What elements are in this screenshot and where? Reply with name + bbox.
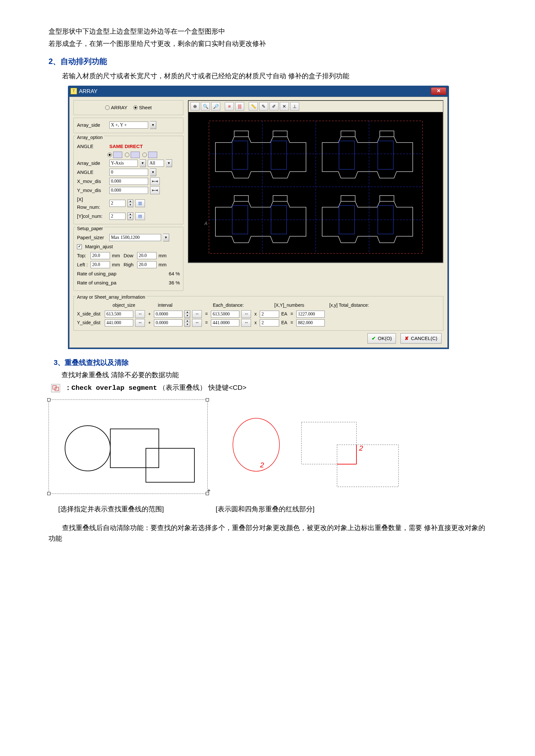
yside-label: Y_side_dist (77, 319, 103, 326)
opt-icon-1[interactable] (107, 151, 122, 158)
xmov-input[interactable] (109, 178, 148, 185)
measure-icon[interactable]: ↔ (241, 319, 251, 327)
x-side-row: X_side_dist ↔ + ▲▼ ↔ = ↔ x EA = (77, 310, 440, 318)
section-2-heading: 2、自动排列功能 (48, 55, 487, 68)
dialog-titlebar[interactable]: T ARRAY ✕ (69, 86, 448, 97)
xside-int-input[interactable] (154, 310, 183, 318)
measure-icon[interactable]: ↔ (192, 319, 202, 327)
measure-icon[interactable]: ↔ (192, 310, 202, 318)
radio-sheet[interactable]: Sheet (133, 104, 152, 112)
app-icon: T (70, 88, 77, 94)
xmov-label: X_mov_dis (77, 177, 107, 185)
ymov-input[interactable] (109, 187, 148, 194)
measure-icon[interactable] (150, 186, 160, 194)
right-label: Righ (124, 261, 135, 269)
cancel-button[interactable]: ✘CANCEL(C) (401, 333, 441, 343)
grid-icon[interactable]: ▥ (135, 200, 145, 207)
yside-n-input[interactable] (260, 319, 279, 326)
opt-icon-3[interactable] (142, 151, 157, 158)
mm-unit: mm (158, 252, 167, 259)
xside-total-input[interactable] (296, 310, 325, 318)
down-input[interactable] (137, 252, 156, 259)
close-icon[interactable]: ✕ (431, 87, 446, 95)
vlines-icon[interactable]: ||| (235, 102, 244, 111)
measure-icon[interactable]: ↔ (135, 319, 145, 327)
right-input[interactable] (137, 261, 156, 268)
xside-each-input[interactable] (211, 310, 239, 318)
dialog-title-text: ARRAY (79, 87, 98, 96)
measure-icon[interactable]: ↔ (241, 310, 251, 318)
top-input[interactable] (91, 252, 110, 259)
svg-rect-22 (301, 422, 356, 464)
rownum-input[interactable] (109, 200, 126, 207)
ea-unit: EA (281, 319, 287, 326)
overlap-tool-paren: （表示重叠线） 快捷键<CD> (159, 384, 246, 391)
mm-unit: mm (112, 252, 122, 259)
cad-preview[interactable]: ⊕ 🔍 🔎 ≡ ||| 📏 ✎ ✐ ✕ ⊥ (188, 100, 443, 263)
left-input[interactable] (91, 261, 110, 268)
paper-sizer-input[interactable] (109, 234, 161, 241)
angle2-input[interactable] (109, 169, 148, 176)
section-3-body: 查找对象重叠线 清除不必要的数据功能 (62, 369, 487, 380)
chevron-down-icon[interactable]: ▼ (163, 234, 169, 241)
measure-icon[interactable]: ↔ (135, 310, 145, 318)
cursor-plus-icon: + (207, 486, 211, 496)
pencil-icon[interactable]: ✎ (259, 102, 268, 111)
overlap-tool-label: ：Check overlap segment (65, 384, 157, 392)
colnum-spinner[interactable]: ▲▼ (127, 212, 133, 220)
chevron-down-icon[interactable]: ▼ (150, 168, 156, 176)
array-option-group: Array_option ANGLE SAME DIRECT Array_sid… (73, 136, 183, 224)
chevron-down-icon[interactable]: ▼ (140, 159, 146, 167)
xside-int-spinner[interactable]: ▲▼ (184, 310, 190, 318)
angle2-label: ANGLE (77, 168, 107, 176)
ok-button[interactable]: ✔OK(O) (367, 333, 396, 343)
overlap-tool-icon (51, 384, 60, 392)
rate-using-label: Rate of using_pap (77, 270, 116, 278)
array-side-group: Array_side ▼ (73, 118, 183, 133)
intro-line-2: 若形成盒子，在第一个图形里给尺寸更改，剩余的窗口实时自动更改修补 (48, 38, 487, 49)
colnum-input[interactable] (109, 213, 126, 220)
down-label: Dow (124, 252, 135, 259)
perp-icon[interactable]: ⊥ (290, 102, 299, 111)
radio-array[interactable]: ARRAY (105, 104, 127, 112)
array-side-input[interactable] (109, 122, 148, 129)
yside-total-input[interactable] (296, 319, 325, 326)
yside-each-input[interactable] (211, 319, 239, 326)
col-total-distance: [x,y] Total_distance: (329, 302, 384, 309)
grid-icon[interactable]: ▤ (135, 212, 145, 220)
yside-int-input[interactable] (154, 319, 183, 326)
zoom-in-icon[interactable]: 🔍 (201, 102, 210, 111)
margin-adjust-label: Margin_ajust (85, 243, 113, 251)
xside-n-input[interactable] (260, 310, 279, 318)
chevron-down-icon[interactable]: ▼ (150, 121, 156, 129)
delete-icon[interactable]: ✕ (280, 102, 289, 111)
margin-adjust-checkbox[interactable]: ✓ (77, 244, 82, 249)
selection-handle-icon (47, 492, 50, 495)
zoom-out-icon[interactable]: 🔎 (211, 102, 220, 111)
hlines-icon[interactable]: ≡ (225, 102, 234, 111)
chevron-down-icon[interactable]: ▼ (166, 159, 172, 167)
xside-label: X_side_dist (77, 310, 103, 317)
left-label: Left : (77, 261, 89, 269)
rownum-spinner[interactable]: ▲▼ (127, 200, 133, 207)
rate-using-value: 64 % (169, 270, 180, 278)
zoom-extents-icon[interactable]: ⊕ (190, 102, 200, 111)
array-side2-input[interactable] (109, 160, 138, 167)
preview-toolbar: ⊕ 🔍 🔎 ≡ ||| 📏 ✎ ✐ ✕ ⊥ (188, 101, 443, 112)
rate-unsing-value: 36 % (169, 279, 180, 287)
figure-left-svg (49, 400, 207, 494)
yside-int-spinner[interactable]: ▲▼ (184, 319, 190, 327)
measure-icon[interactable] (150, 177, 160, 185)
yside-obj-input[interactable] (105, 319, 133, 326)
figure-selection-range: + (48, 399, 208, 494)
ruler-icon[interactable]: 📏 (249, 102, 258, 111)
opt-icon-2[interactable] (125, 151, 140, 158)
svg-rect-8 (271, 141, 287, 169)
all-input[interactable] (148, 160, 164, 167)
figure-overlap-result: 2 2 (224, 399, 405, 493)
col-interval: interval (158, 302, 213, 309)
ea-unit: EA (281, 310, 287, 317)
section-3-heading: 3、重叠线查找以及清除 (54, 357, 487, 368)
xside-obj-input[interactable] (105, 310, 133, 318)
edit-icon[interactable]: ✐ (269, 102, 278, 111)
